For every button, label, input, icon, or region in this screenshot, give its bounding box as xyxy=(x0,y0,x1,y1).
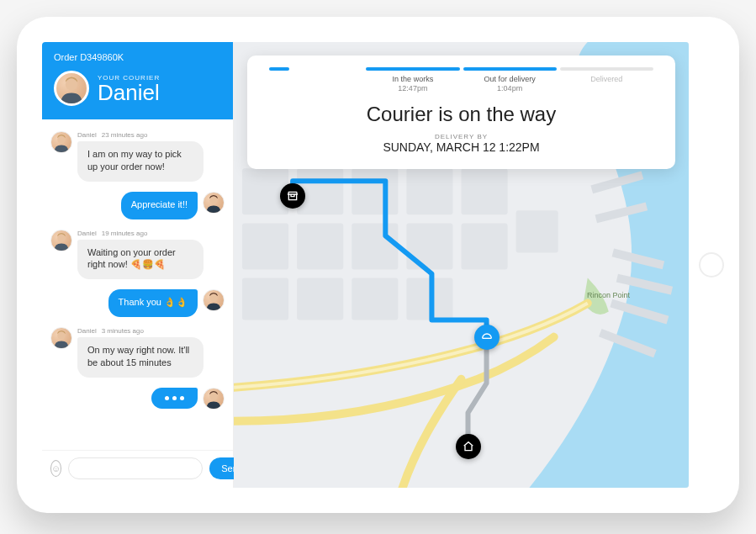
map-panel: Rincon Point In the works xyxy=(234,42,689,488)
map-poi-label: Rincon Point xyxy=(587,291,630,299)
progress-segment: Delivered xyxy=(560,67,653,84)
progress-segment: In the works 12:47pm xyxy=(366,67,459,93)
message-bubble: I am on my way to pick up your order now… xyxy=(77,141,204,182)
home-icon[interactable] xyxy=(456,434,481,459)
message-bubble: Waiting on your order right now! 🍕🍔🍕 xyxy=(77,240,204,280)
status-card: In the works 12:47pm Out for delivery 1:… xyxy=(247,56,675,169)
svg-rect-16 xyxy=(406,223,452,269)
courier-avatar xyxy=(50,327,72,349)
typing-indicator xyxy=(151,388,198,409)
courier-name: Daniel xyxy=(98,82,160,103)
courier-avatar xyxy=(50,131,72,153)
progress-segment xyxy=(269,67,362,75)
courier-avatar xyxy=(50,230,72,251)
user-avatar xyxy=(203,192,225,214)
status-title: Courier is on the way xyxy=(269,103,653,126)
message-time: 23 minutes ago xyxy=(102,131,148,139)
message-bubble: On my way right now. It'll be about 15 m… xyxy=(77,337,204,378)
svg-rect-17 xyxy=(461,223,507,269)
message-bubble: Thank you 👌👌 xyxy=(108,289,198,317)
chat-panel: Order D349860K YOUR COURIER Daniel Danie… xyxy=(42,42,234,488)
message-item xyxy=(50,388,225,410)
message-bubble: Appreciate it!! xyxy=(121,192,198,219)
message-thread[interactable]: Daniel23 minutes ago I am on my way to p… xyxy=(42,119,233,450)
message-item: Daniel23 minutes ago I am on my way to p… xyxy=(50,131,225,182)
message-sender: Daniel xyxy=(77,131,97,139)
svg-rect-14 xyxy=(297,223,343,269)
message-item: Appreciate it!! xyxy=(50,192,225,219)
tablet-home-button[interactable] xyxy=(699,252,724,278)
svg-rect-19 xyxy=(242,278,288,320)
app-screen: Order D349860K YOUR COURIER Daniel Danie… xyxy=(42,42,689,488)
svg-rect-21 xyxy=(352,278,398,320)
courier-info: YOUR COURIER Daniel xyxy=(54,71,221,106)
courier-avatar[interactable] xyxy=(54,71,89,106)
compose-bar: ☺ Send xyxy=(42,450,233,488)
order-number: Order D349860K xyxy=(54,52,221,62)
progress-segment: Out for delivery 1:04pm xyxy=(463,67,557,93)
svg-rect-12 xyxy=(461,168,507,214)
progress-bar: In the works 12:47pm Out for delivery 1:… xyxy=(269,67,653,93)
delivery-by-label: DELIVERY BY xyxy=(269,133,653,140)
message-item: Thank you 👌👌 xyxy=(50,289,225,317)
svg-rect-20 xyxy=(297,278,343,320)
message-item: Daniel19 minutes ago Waiting on your ord… xyxy=(50,230,225,280)
message-time: 19 minutes ago xyxy=(102,230,148,237)
message-item: Daniel3 minutes ago On my way right now.… xyxy=(50,327,225,378)
svg-rect-13 xyxy=(242,223,288,269)
message-time: 3 minutes ago xyxy=(102,327,144,335)
message-input[interactable] xyxy=(68,457,203,479)
store-icon[interactable] xyxy=(280,183,305,209)
user-avatar xyxy=(203,388,225,410)
tablet-frame: Order D349860K YOUR COURIER Daniel Danie… xyxy=(17,17,739,513)
delivery-by-value: SUNDAY, MARCH 12 1:22PM xyxy=(269,140,653,154)
svg-rect-18 xyxy=(516,210,558,252)
svg-rect-15 xyxy=(352,223,398,269)
svg-rect-11 xyxy=(406,168,452,214)
chat-header: Order D349860K YOUR COURIER Daniel xyxy=(42,42,233,119)
user-avatar xyxy=(203,289,225,311)
courier-label: YOUR COURIER xyxy=(98,74,160,82)
message-sender: Daniel xyxy=(77,230,97,237)
svg-rect-10 xyxy=(352,168,398,214)
emoji-icon[interactable]: ☺ xyxy=(50,460,61,477)
courier-icon[interactable] xyxy=(474,325,500,350)
message-sender: Daniel xyxy=(77,327,97,335)
